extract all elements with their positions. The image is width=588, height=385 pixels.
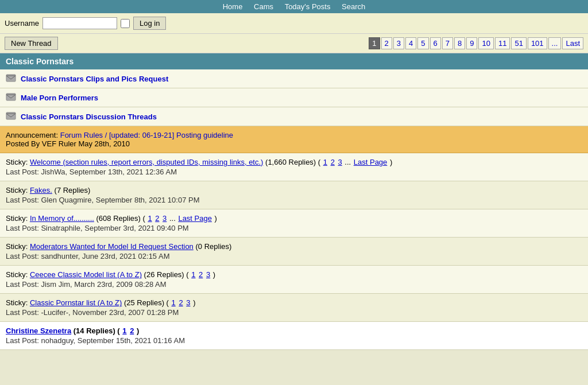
last-post: Last Post: nohadguy, September 15th, 202… (6, 336, 582, 345)
thread-title-link[interactable]: Moderators Wanted for Model Id Request S… (30, 242, 194, 251)
thread-line: Sticky: Fakes. (7 Replies) (6, 186, 582, 195)
subforum-row: Male Porn Performers (0, 88, 588, 107)
sticky-prefix: Sticky: (6, 214, 30, 223)
last-post: Last Post: Glen Quagmire, September 8th,… (6, 196, 582, 204)
thread-replies: (608 Replies) ( (96, 214, 148, 223)
thread-page-links: 1 2 3 ... Last Page (323, 158, 390, 166)
subforum-icon (6, 92, 16, 103)
page-link[interactable]: ... (548, 37, 562, 49)
section-title: Classic Pornstars (6, 57, 74, 66)
page-link[interactable]: 2 (179, 298, 183, 307)
thread-replies: (25 Replies) ( (124, 298, 171, 307)
sticky-thread-row: Sticky: Welcome (section rules, report e… (0, 153, 588, 181)
sticky-thread-row: Sticky: Ceecee Classic Model list (A to … (0, 266, 588, 294)
thread-replies: (1,660 Replies) ( (265, 158, 323, 166)
page-link[interactable]: 1 (122, 326, 126, 335)
username-input[interactable] (42, 17, 117, 29)
login-button[interactable]: Log in (133, 17, 166, 30)
section-header: Classic Pornstars (0, 53, 588, 69)
page-link[interactable]: 3 (163, 214, 167, 223)
sticky-prefix: Sticky: (6, 298, 30, 307)
thread-title-link[interactable]: Ceecee Classic Model list (A to Z) (30, 270, 142, 279)
page-link[interactable]: 6 (430, 37, 441, 49)
subforum-icon (6, 73, 16, 84)
page-link[interactable]: 4 (405, 37, 416, 49)
page-link[interactable]: 7 (442, 37, 453, 49)
announcement-link[interactable]: Forum Rules / [updated: 06-19-21] Postin… (60, 131, 233, 139)
page-link[interactable]: 101 (528, 37, 547, 49)
remember-checkbox[interactable] (121, 19, 130, 28)
page-link[interactable]: 3 (186, 298, 190, 307)
page-link[interactable]: 3 (206, 270, 210, 279)
page-link[interactable]: 1 (369, 37, 380, 49)
thread-page-links: 1 2 3 (171, 298, 194, 307)
thread-title-link[interactable]: Classic Pornstar list (A to Z) (30, 298, 122, 307)
thread-replies: (26 Replies) ( (144, 270, 191, 279)
subforum-link-discussion[interactable]: Classic Pornstars Discussion Threads (21, 112, 157, 121)
page-link[interactable]: 1 (323, 158, 327, 166)
page-close-paren: ) (390, 158, 392, 166)
subforum-row: Classic Pornstars Clips and Pics Request (0, 69, 588, 88)
top-navigation: Home Cams Today's Posts Search (0, 0, 588, 13)
page-link[interactable]: 1 (191, 270, 195, 279)
page-link[interactable]: 2 (331, 158, 335, 166)
thread-line: Sticky: Welcome (section rules, report e… (6, 158, 582, 166)
last-post: Last Post: JishWa, September 13th, 2021 … (6, 168, 582, 176)
page-link[interactable]: Last (562, 37, 583, 49)
last-post: Last Post: sandhunter, June 23rd, 2021 0… (6, 252, 582, 260)
thread-line: Sticky: Moderators Wanted for Model Id R… (6, 242, 582, 251)
last-page-link[interactable]: Last Page (354, 158, 388, 166)
username-label: Username (5, 19, 39, 28)
page-link[interactable]: 8 (454, 37, 465, 49)
new-thread-button[interactable]: New Thread (5, 37, 58, 50)
nav-cams[interactable]: Cams (254, 2, 273, 11)
regular-thread-row: Christine Szenetra (14 Replies) ( 1 2 ) … (0, 322, 588, 350)
page-link[interactable]: 2 (130, 326, 134, 335)
page-link[interactable]: 11 (495, 37, 510, 49)
page-link[interactable]: 9 (466, 37, 477, 49)
thread-title-link[interactable]: Fakes. (30, 186, 52, 195)
sticky-thread-row: Sticky: Classic Pornstar list (A to Z) (… (0, 294, 588, 322)
nav-home[interactable]: Home (223, 2, 243, 11)
announcement-posted-by: Posted By VEF Ruler May 28th, 2010 (6, 139, 582, 148)
thread-title-link[interactable]: Christine Szenetra (6, 326, 71, 335)
page-link[interactable]: 5 (417, 37, 428, 49)
page-link[interactable]: 1 (172, 298, 176, 307)
thread-line: Sticky: Classic Pornstar list (A to Z) (… (6, 298, 582, 307)
sticky-thread-row: Sticky: In Memory of.......... (608 Repl… (0, 209, 588, 238)
subforum-link-male[interactable]: Male Porn Performers (21, 94, 98, 102)
sticky-prefix: Sticky: (6, 270, 30, 279)
last-post: Last Post: Jism Jim, March 23rd, 2009 08… (6, 280, 582, 289)
announcement-prefix: Announcement: (6, 131, 58, 139)
page-close-paren: ) (193, 298, 195, 307)
page-link[interactable]: 2 (155, 214, 159, 223)
thread-title-link[interactable]: Welcome (section rules, report errors, d… (30, 158, 264, 166)
page-close-paren: ) (137, 326, 139, 335)
thread-page-links: 1 2 3 (191, 270, 213, 279)
sticky-thread-row: Sticky: Fakes. (7 Replies) Last Post: Gl… (0, 181, 588, 209)
thread-replies: (0 Replies) (195, 242, 231, 251)
thread-line: Sticky: Ceecee Classic Model list (A to … (6, 270, 582, 279)
thread-toolbar: New Thread 123456789101151101...Last (0, 34, 588, 53)
page-link[interactable]: 3 (338, 158, 342, 166)
announcement-text: Announcement: Forum Rules / [updated: 06… (6, 131, 582, 139)
thread-line: Sticky: In Memory of.......... (608 Repl… (6, 214, 582, 223)
login-bar: Username Log in (0, 13, 588, 34)
thread-title-link[interactable]: In Memory of.......... (30, 214, 94, 223)
page-link[interactable]: 2 (381, 37, 392, 49)
page-link[interactable]: 1 (148, 214, 152, 223)
thread-replies: (14 Replies) ( (74, 326, 122, 335)
thread-page-links: 1 2 3 ... Last Page (147, 214, 214, 223)
nav-search[interactable]: Search (342, 2, 365, 11)
page-link[interactable]: 51 (511, 37, 526, 49)
pagination: 123456789101151101...Last (369, 37, 583, 49)
nav-todays-posts[interactable]: Today's Posts (285, 2, 331, 11)
page-close-paren: ) (213, 270, 215, 279)
page-link[interactable]: 2 (199, 270, 203, 279)
sticky-prefix: Sticky: (6, 242, 30, 251)
sticky-prefix: Sticky: (6, 186, 30, 195)
page-link[interactable]: 10 (478, 37, 493, 49)
subforum-link-clips[interactable]: Classic Pornstars Clips and Pics Request (21, 75, 168, 83)
page-link[interactable]: 3 (393, 37, 404, 49)
last-page-link[interactable]: Last Page (178, 214, 212, 223)
